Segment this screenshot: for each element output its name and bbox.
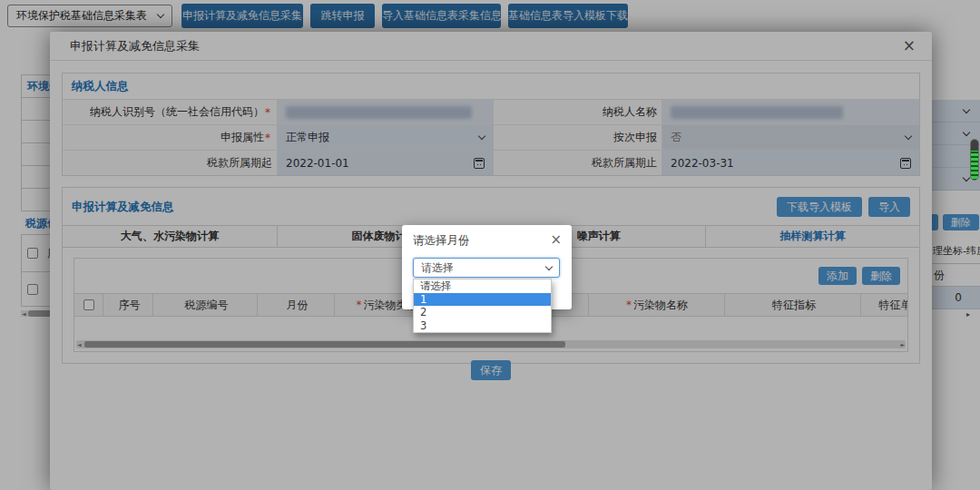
month-option-1[interactable]: 1 <box>414 293 551 307</box>
month-dialog-title: 请选择月份 <box>413 233 470 249</box>
dialog-close-icon[interactable]: × <box>550 233 562 247</box>
page-vertical-scrollbar-thumb[interactable] <box>970 139 979 181</box>
chevron-down-icon <box>545 262 553 270</box>
month-select[interactable]: 请选择 <box>413 258 560 278</box>
month-options-list: 请选择 1 2 3 <box>413 279 552 333</box>
page-root: 环境保护税基础信息采集表 申报计算及减免信息采集 跳转申报 导入基础信息表采集信… <box>0 0 980 490</box>
month-option-2[interactable]: 2 <box>414 306 551 319</box>
month-select-value: 请选择 <box>421 260 454 276</box>
month-option-placeholder[interactable]: 请选择 <box>414 279 551 293</box>
month-option-3[interactable]: 3 <box>414 319 551 333</box>
